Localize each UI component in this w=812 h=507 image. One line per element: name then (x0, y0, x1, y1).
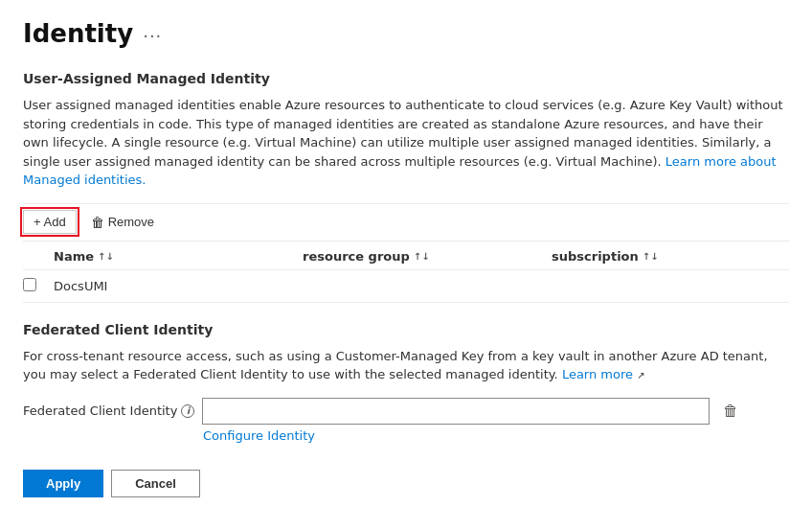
user-assigned-description: User assigned managed identities enable … (23, 96, 789, 190)
toolbar: + Add 🗑 Remove (23, 203, 789, 242)
user-assigned-section-title: User-Assigned Managed Identity (23, 71, 789, 86)
federated-client-identity-input[interactable] (202, 398, 710, 425)
col-name: Name ↑↓ (54, 249, 264, 264)
federated-label: Federated Client Identity i (23, 403, 194, 418)
col-resource-group: resource group ↑↓ (303, 249, 513, 264)
page-title: Identity (23, 19, 133, 48)
add-button[interactable]: + Add (23, 210, 77, 234)
sort-name-icon[interactable]: ↑↓ (98, 251, 114, 262)
info-icon: i (181, 404, 194, 418)
sort-rg-icon[interactable]: ↑↓ (414, 251, 430, 262)
federated-learn-more-link[interactable]: Learn more (562, 367, 633, 381)
external-link-icon: ↗ (637, 370, 644, 380)
configure-link-container: Configure Identity (203, 428, 789, 443)
federated-section-title: Federated Client Identity (23, 322, 789, 337)
delete-federated-icon[interactable]: 🗑 (717, 400, 744, 422)
row-checkbox-cell[interactable] (23, 278, 54, 294)
table-row: DocsUMI (23, 270, 789, 303)
federated-description: For cross-tenant resource access, such a… (23, 347, 789, 384)
federated-section: Federated Client Identity For cross-tena… (23, 322, 789, 443)
row-checkbox[interactable] (23, 278, 36, 291)
cancel-button[interactable]: Cancel (111, 470, 200, 497)
table-header: Name ↑↓ resource group ↑↓ subscription ↑… (23, 242, 789, 270)
ellipsis-menu-icon[interactable]: ··· (143, 26, 162, 46)
remove-button[interactable]: 🗑 Remove (80, 210, 165, 235)
col-subscription: subscription ↑↓ (552, 249, 724, 264)
apply-button[interactable]: Apply (23, 470, 103, 497)
trash-icon: 🗑 (91, 215, 104, 230)
federated-input-row: Federated Client Identity i 🗑 (23, 398, 789, 425)
configure-identity-link[interactable]: Configure Identity (203, 428, 315, 443)
row-name: DocsUMI (54, 279, 264, 293)
footer-buttons: Apply Cancel (23, 470, 789, 497)
identity-table: Name ↑↓ resource group ↑↓ subscription ↑… (23, 242, 789, 303)
sort-sub-icon[interactable]: ↑↓ (643, 251, 659, 262)
